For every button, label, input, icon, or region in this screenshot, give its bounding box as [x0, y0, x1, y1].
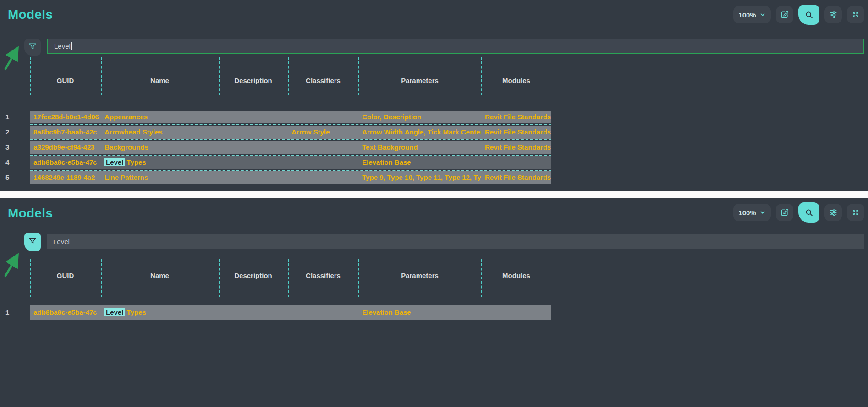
column-header-name[interactable]: Name: [101, 272, 219, 279]
cell-name[interactable]: Level Types: [101, 156, 219, 169]
edit-pencil-icon: [780, 10, 789, 19]
table-row-matched[interactable]: 4 adb8ba8c-e5ba-47c Level Types Elevatio…: [30, 156, 551, 169]
column-divider-dashed: [358, 57, 359, 95]
cell-parameters[interactable]: Elevation Base: [358, 156, 481, 169]
chevron-down-icon: [759, 209, 766, 216]
filter-text: Level: [53, 238, 70, 245]
column-header-classifiers[interactable]: Classifiers: [288, 272, 358, 279]
cell-name[interactable]: Line Patterns: [101, 171, 219, 184]
cell-classifiers[interactable]: [288, 305, 358, 320]
cell-description[interactable]: [219, 126, 288, 139]
row-divider-dashed: [30, 155, 551, 156]
cell-guid[interactable]: adb8ba8c-e5ba-47c: [30, 156, 101, 169]
cell-description[interactable]: [219, 156, 288, 169]
settings-button[interactable]: [824, 204, 842, 221]
cell-guid[interactable]: a329db9e-cf94-423: [30, 141, 101, 154]
cell-modules[interactable]: [481, 305, 551, 320]
settings-button[interactable]: [824, 6, 842, 23]
cell-description[interactable]: [219, 305, 288, 320]
column-header-modules[interactable]: Modules: [481, 272, 551, 279]
cell-modules[interactable]: Revit File Standards: [481, 111, 551, 123]
table-body: 1 adb8ba8c-e5ba-47c Level Types Elevatio…: [30, 305, 551, 320]
edit-pencil-icon: [780, 208, 789, 217]
cell-parameters[interactable]: Color, Description: [358, 111, 481, 123]
filter-button-active[interactable]: [24, 233, 41, 251]
cell-parameters[interactable]: Elevation Base: [358, 305, 481, 320]
column-header-guid[interactable]: GUID: [30, 77, 101, 84]
zoom-level-value: 100%: [738, 11, 756, 19]
table-row[interactable]: 5 1468249e-1189-4a2 Line Patterns Type 9…: [30, 171, 551, 184]
panel-divider: [0, 191, 868, 198]
toolbar: 100%: [733, 202, 864, 223]
table-row[interactable]: 2 8a8bc9b7-baab-42c Arrowhead Styles Arr…: [30, 126, 551, 139]
filter-match-highlight: Level: [104, 158, 125, 166]
edit-button[interactable]: [776, 204, 793, 221]
column-header-description[interactable]: Description: [219, 77, 288, 84]
table-row[interactable]: 1 17fce28d-b0e1-4d06 Appearances Color, …: [30, 111, 551, 123]
cell-parameters[interactable]: Type 9, Type 10, Type 11, Type 12, Type: [358, 171, 481, 184]
cell-guid[interactable]: 8a8bc9b7-baab-42c: [30, 126, 101, 139]
cell-guid[interactable]: adb8ba8c-e5ba-47c: [30, 305, 101, 320]
cell-description[interactable]: [219, 111, 288, 123]
page-title: Models: [8, 7, 53, 22]
text-cursor: [71, 42, 72, 50]
table-row-matched[interactable]: 1 adb8ba8c-e5ba-47c Level Types Elevatio…: [30, 305, 551, 320]
cell-parameters[interactable]: Arrow Width Angle, Tick Mark Center: [358, 126, 481, 139]
column-divider-dashed: [30, 57, 31, 95]
column-header-guid[interactable]: GUID: [30, 272, 101, 279]
cell-description[interactable]: [219, 141, 288, 154]
search-button[interactable]: [798, 5, 819, 25]
column-header-name[interactable]: Name: [101, 77, 219, 84]
cell-name[interactable]: Arrowhead Styles: [101, 126, 219, 139]
cell-classifiers[interactable]: [288, 171, 358, 184]
cell-description[interactable]: [219, 171, 288, 184]
chevron-down-icon: [759, 11, 766, 18]
column-header-parameters[interactable]: Parameters: [358, 77, 481, 84]
row-number: 3: [5, 141, 24, 154]
cell-name[interactable]: Backgrounds: [101, 141, 219, 154]
expand-arrows-icon: [851, 10, 860, 19]
column-header-classifiers[interactable]: Classifiers: [288, 77, 358, 84]
cell-modules[interactable]: Revit File Standards: [481, 171, 551, 184]
fullscreen-button[interactable]: [847, 6, 864, 23]
table-body: 1 17fce28d-b0e1-4d06 Appearances Color, …: [30, 111, 551, 184]
page-title: Models: [8, 206, 53, 221]
filter-input[interactable]: Level: [47, 39, 864, 54]
row-divider-dashed: [30, 124, 551, 125]
edit-button[interactable]: [776, 6, 793, 23]
models-panel-after-filter: Models 100%: [0, 198, 868, 407]
cell-parameters[interactable]: Text Background: [358, 141, 481, 154]
cell-name[interactable]: Level Types: [101, 305, 219, 320]
cell-guid[interactable]: 1468249e-1189-4a2: [30, 171, 101, 184]
column-divider-dashed: [101, 57, 102, 95]
column-divider-dashed: [481, 57, 482, 95]
cell-classifiers[interactable]: [288, 141, 358, 154]
zoom-level-dropdown[interactable]: 100%: [733, 6, 771, 23]
cell-guid[interactable]: 17fce28d-b0e1-4d06: [30, 111, 101, 123]
column-header-parameters[interactable]: Parameters: [358, 272, 481, 279]
cell-modules[interactable]: [481, 156, 551, 169]
table-row[interactable]: 3 a329db9e-cf94-423 Backgrounds Text Bac…: [30, 141, 551, 154]
cell-classifiers[interactable]: Arrow Style: [288, 126, 358, 139]
filter-text: Level: [54, 42, 71, 50]
fullscreen-button[interactable]: [847, 204, 864, 221]
annotation-arrow-green: [1, 45, 22, 72]
models-panel-before-filter: Models 100%: [0, 0, 868, 191]
zoom-level-dropdown[interactable]: 100%: [733, 204, 771, 221]
cell-classifiers[interactable]: [288, 111, 358, 123]
zoom-level-value: 100%: [738, 209, 756, 217]
annotation-arrow-green: [1, 252, 22, 279]
search-button[interactable]: [798, 202, 819, 223]
cell-modules[interactable]: Revit File Standards: [481, 126, 551, 139]
cell-classifiers[interactable]: [288, 156, 358, 169]
column-divider-dashed: [288, 57, 289, 95]
filter-input[interactable]: Level: [47, 234, 864, 249]
filter-button[interactable]: [24, 39, 41, 56]
cell-modules[interactable]: Revit File Standards: [481, 141, 551, 154]
row-number: 4: [5, 156, 24, 169]
column-header-description[interactable]: Description: [219, 272, 288, 279]
funnel-icon: [28, 236, 37, 247]
column-header-modules[interactable]: Modules: [481, 77, 551, 84]
expand-arrows-icon: [851, 208, 860, 217]
cell-name[interactable]: Appearances: [101, 111, 219, 123]
